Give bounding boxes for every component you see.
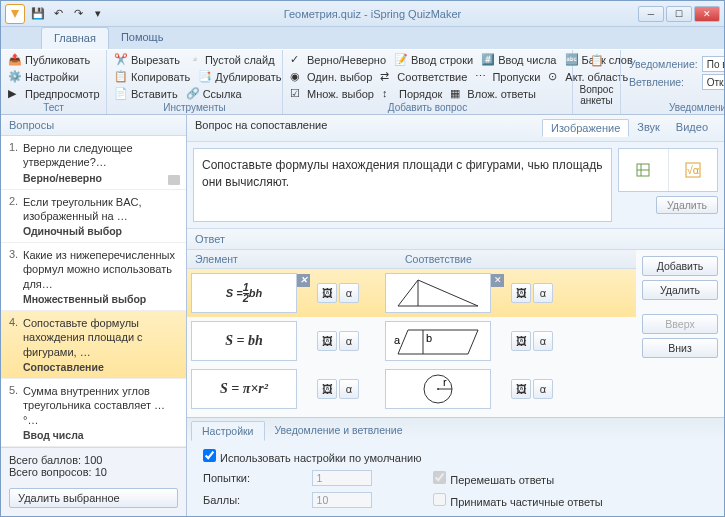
qat-more[interactable]: ▾ [89, 5, 107, 23]
copy-button[interactable]: 📋Копировать [111, 69, 193, 85]
preview-button[interactable]: ▶Предпросмотр [5, 86, 103, 102]
branching-tab[interactable]: Уведомление и ветвление [265, 421, 413, 441]
branch-label: Ветвление: [629, 76, 698, 88]
media-tab-video[interactable]: Видео [668, 119, 716, 137]
shape-triangle[interactable]: ✕ [385, 273, 491, 313]
survey-button[interactable]: 📋 Вопрос анкеты [577, 52, 616, 108]
question-item[interactable]: 4.Сопоставьте формулы нахождения площади… [1, 311, 186, 379]
points-input[interactable] [312, 492, 372, 508]
add-image-icon[interactable]: 🖼 [317, 379, 337, 399]
svg-text:a: a [394, 334, 401, 346]
window-title: Геометрия.quiz - iSpring QuizMaker [107, 8, 638, 20]
duplicate-button[interactable]: 📑Дублировать [195, 69, 284, 85]
publish-button[interactable]: 📤Публиковать [5, 52, 93, 68]
formula-icon[interactable]: α [339, 283, 359, 303]
formula-icon[interactable]: α [339, 379, 359, 399]
matching-button[interactable]: ⇄Соответствие [377, 69, 470, 85]
qat-undo[interactable]: ↶ [49, 5, 67, 23]
content-header: Вопрос на сопоставление [195, 119, 327, 137]
question-list[interactable]: 1.Верно ли следующее утверждение?…Верно/… [1, 136, 186, 447]
add-image-icon[interactable]: 🖼 [317, 331, 337, 351]
add-image-icon[interactable]: 🖼 [511, 331, 531, 351]
media-tab-image[interactable]: Изображение [542, 119, 629, 137]
close-button[interactable]: ✕ [694, 6, 720, 22]
link-button[interactable]: 🔗Ссылка [183, 86, 245, 102]
use-default-checkbox[interactable]: Использовать настройки по умолчанию [203, 452, 421, 464]
group-notif-label: Уведомление [621, 102, 725, 113]
shape-parallelogram[interactable]: ab [385, 321, 491, 361]
group-tools-label: Инструменты [107, 102, 282, 113]
formula-box[interactable]: S = 12bh✕ [191, 273, 297, 313]
media-preview: √α [618, 148, 718, 192]
shuffle-checkbox[interactable]: Перемешать ответы [433, 471, 646, 486]
numinput-button[interactable]: #️⃣Ввод числа [478, 52, 559, 68]
add-image-icon[interactable]: 🖼 [511, 379, 531, 399]
answer-row[interactable]: S = bh 🖼α ab 🖼α [187, 317, 636, 365]
media-tab-sound[interactable]: Звук [629, 119, 668, 137]
add-image-icon[interactable]: 🖼 [511, 283, 531, 303]
formula-icon[interactable]: √α [669, 149, 718, 191]
single-button[interactable]: ◉Один. выбор [287, 69, 375, 85]
total-score: Всего баллов: 100 [9, 454, 178, 466]
remove-icon[interactable]: ✕ [297, 274, 310, 287]
partial-checkbox[interactable]: Принимать частичные ответы [433, 493, 646, 508]
tab-main[interactable]: Главная [41, 27, 109, 49]
move-up-button[interactable]: Вверх [642, 314, 718, 334]
question-text[interactable]: Сопоставьте формулы нахождения площади с… [193, 148, 612, 222]
app-logo[interactable] [5, 4, 25, 24]
minimize-button[interactable]: ─ [638, 6, 664, 22]
col-element: Элемент [187, 250, 397, 268]
order-button[interactable]: ↕Порядок [379, 86, 445, 102]
textinput-button[interactable]: 📝Ввод строки [391, 52, 476, 68]
maximize-button[interactable]: ☐ [666, 6, 692, 22]
branch-select[interactable]: Отключено [702, 74, 725, 90]
nested-button[interactable]: ▦Влож. ответы [447, 86, 539, 102]
settings-tab[interactable]: Настройки [191, 421, 265, 441]
tab-help[interactable]: Помощь [109, 27, 176, 49]
blank-slide-button[interactable]: ▫️Пустой слайд [185, 52, 278, 68]
truefalse-button[interactable]: ✓Верно/Неверно [287, 52, 389, 68]
cut-button[interactable]: ✂️Вырезать [111, 52, 183, 68]
formula-icon[interactable]: α [533, 283, 553, 303]
answer-row[interactable]: S = π×r² 🖼α r 🖼α [187, 365, 636, 413]
add-answer-button[interactable]: Добавить [642, 256, 718, 276]
svg-text:√α: √α [687, 164, 700, 176]
col-match: Соответствие [397, 250, 636, 268]
formula-icon[interactable]: α [339, 331, 359, 351]
delete-selected-button[interactable]: Удалить выбранное [9, 488, 178, 508]
formula-box[interactable]: S = π×r² [191, 369, 297, 409]
attempts-input[interactable] [312, 470, 372, 486]
points-label: Баллы: [203, 494, 294, 506]
answer-row[interactable]: S = 12bh✕ 🖼α ✕ 🖼α [187, 269, 636, 317]
add-image-icon[interactable] [619, 149, 669, 191]
svg-text:r: r [443, 376, 447, 388]
shape-circle[interactable]: r [385, 369, 491, 409]
media-delete-button[interactable]: Удалить [656, 196, 718, 214]
qat-save[interactable]: 💾 [29, 5, 47, 23]
notif-select[interactable]: По вопросу [702, 56, 725, 72]
settings-button[interactable]: ⚙️Настройки [5, 69, 82, 85]
group-addq-label: Добавить вопрос [283, 102, 572, 113]
paste-button[interactable]: 📄Вставить [111, 86, 181, 102]
question-item[interactable]: 2.Если треугольник BAC, изображенный на … [1, 190, 186, 244]
notif-label: Уведомление: [629, 58, 698, 70]
formula-box[interactable]: S = bh [191, 321, 297, 361]
answer-header: Ответ [187, 229, 724, 250]
multiple-button[interactable]: ☑Множ. выбор [287, 86, 377, 102]
qat-redo[interactable]: ↷ [69, 5, 87, 23]
svg-text:b: b [426, 332, 432, 344]
sidebar-header: Вопросы [1, 115, 186, 136]
question-item[interactable]: 3.Какие из нижеперечисленных формул можн… [1, 243, 186, 311]
question-item[interactable]: 1.Верно ли следующее утверждение?…Верно/… [1, 136, 186, 190]
move-down-button[interactable]: Вниз [642, 338, 718, 358]
formula-icon[interactable]: α [533, 379, 553, 399]
add-image-icon[interactable]: 🖼 [317, 283, 337, 303]
formula-icon[interactable]: α [533, 331, 553, 351]
group-test-label: Тест [1, 102, 106, 113]
camera-icon [168, 175, 180, 185]
total-questions: Всего вопросов: 10 [9, 466, 178, 478]
question-item[interactable]: 5.Сумма внутренних углов треугольника со… [1, 379, 186, 447]
delete-answer-button[interactable]: Удалить [642, 280, 718, 300]
remove-icon[interactable]: ✕ [491, 274, 504, 287]
gaps-button[interactable]: ⋯Пропуски [472, 69, 543, 85]
